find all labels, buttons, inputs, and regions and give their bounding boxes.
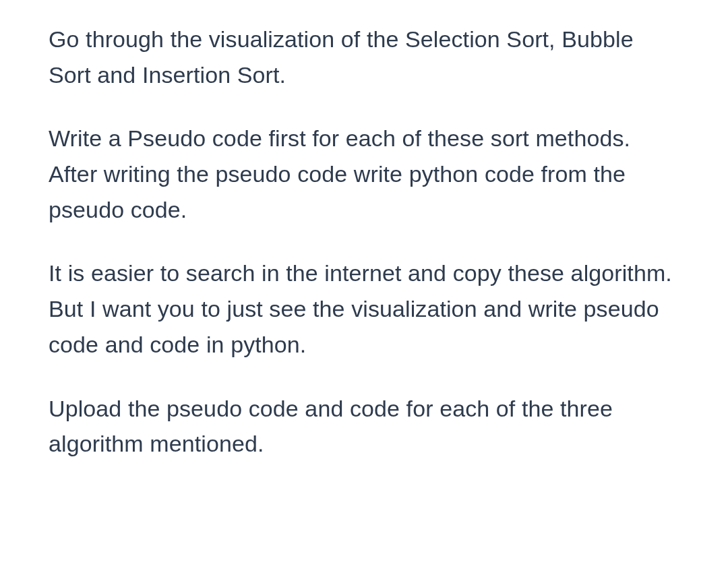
document-content: Go through the visualization of the Sele… xyxy=(49,22,679,462)
paragraph-warning: It is easier to search in the internet a… xyxy=(49,255,679,362)
paragraph-upload: Upload the pseudo code and code for each… xyxy=(49,391,679,462)
paragraph-intro: Go through the visualization of the Sele… xyxy=(49,22,679,92)
paragraph-instruction-pseudocode: Write a Pseudo code first for each of th… xyxy=(49,121,679,227)
